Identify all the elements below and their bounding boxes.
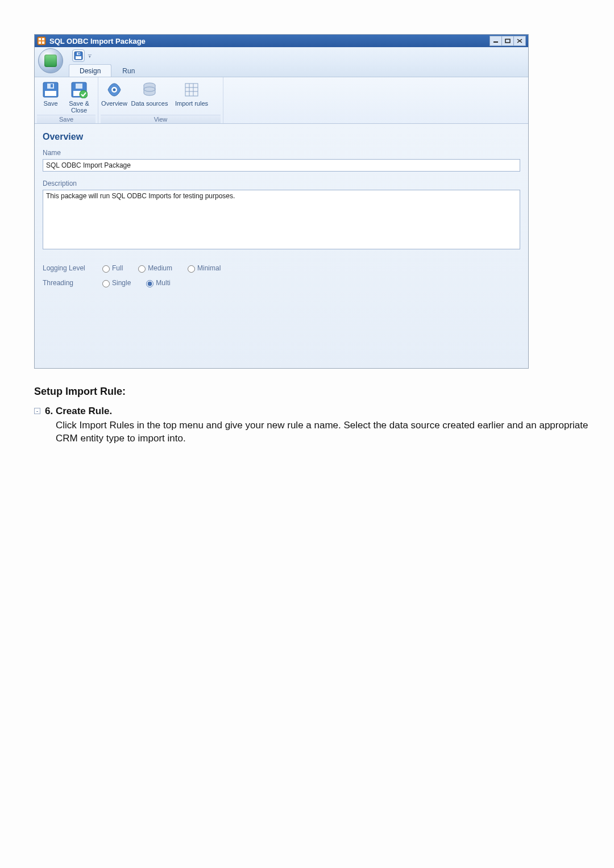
save-icon bbox=[42, 81, 60, 99]
svg-rect-10 bbox=[76, 56, 81, 59]
doc-heading: Setup Import Rule: bbox=[34, 386, 591, 398]
app-window: SQL ODBC Import Package bbox=[34, 34, 529, 369]
data-sources-button-label: Data sources bbox=[131, 100, 168, 107]
svg-rect-14 bbox=[45, 91, 56, 96]
ribbon-tab-strip: Design Run bbox=[35, 64, 528, 77]
overview-icon bbox=[105, 81, 123, 99]
title-bar: SQL ODBC Import Package bbox=[35, 35, 528, 47]
svg-rect-4 bbox=[42, 41, 44, 44]
threading-single-radio[interactable] bbox=[102, 280, 110, 287]
logging-minimal-label: Minimal bbox=[197, 264, 221, 272]
qat-customize-dropdown[interactable]: ─▾ bbox=[87, 53, 93, 58]
description-label: Description bbox=[43, 180, 520, 187]
overview-button-label: Overview bbox=[101, 100, 127, 107]
logging-full-option[interactable]: Full bbox=[99, 264, 123, 273]
save-button[interactable]: Save bbox=[37, 80, 64, 114]
name-label: Name bbox=[43, 149, 520, 157]
tab-design[interactable]: Design bbox=[69, 64, 111, 77]
logging-full-label: Full bbox=[112, 264, 123, 272]
logging-medium-radio[interactable] bbox=[138, 265, 146, 273]
threading-single-option[interactable]: Single bbox=[99, 278, 131, 287]
description-textarea[interactable] bbox=[43, 190, 520, 249]
doc-step-title: 6. Create Rule. bbox=[45, 406, 591, 417]
threading-multi-radio[interactable] bbox=[146, 280, 154, 287]
save-close-label-1: Save & bbox=[69, 100, 89, 107]
threading-row: Threading Single Multi bbox=[43, 278, 520, 287]
import-rules-button-label: Import rules bbox=[175, 100, 208, 107]
save-button-label: Save bbox=[43, 100, 57, 107]
svg-rect-12 bbox=[78, 53, 80, 55]
svg-rect-6 bbox=[505, 39, 510, 43]
save-close-label-2: Close bbox=[71, 107, 87, 114]
save-close-icon bbox=[70, 81, 88, 99]
maximize-button[interactable] bbox=[501, 36, 514, 46]
logging-level-row: Logging Level Full Medium Minimal bbox=[43, 264, 520, 273]
qat-save-button[interactable] bbox=[72, 49, 85, 62]
logging-level-label: Logging Level bbox=[43, 264, 99, 272]
svg-point-20 bbox=[80, 90, 88, 98]
ribbon-group-save-caption: Save bbox=[37, 115, 96, 123]
svg-rect-3 bbox=[39, 41, 41, 44]
tab-run[interactable]: Run bbox=[111, 64, 146, 77]
logging-medium-option[interactable]: Medium bbox=[135, 264, 172, 273]
name-input[interactable] bbox=[43, 159, 520, 172]
threading-multi-option[interactable]: Multi bbox=[143, 278, 170, 287]
threading-single-label: Single bbox=[112, 279, 131, 287]
application-menu-button[interactable] bbox=[38, 48, 63, 73]
svg-rect-16 bbox=[51, 84, 53, 87]
ribbon-group-save: Save Save & Close bbox=[35, 77, 98, 123]
panel-title: Overview bbox=[43, 132, 520, 142]
svg-rect-2 bbox=[42, 38, 44, 40]
quick-access-toolbar: ─▾ bbox=[35, 47, 528, 64]
import-rules-button[interactable]: Import rules bbox=[171, 80, 212, 107]
ribbon-group-view-caption: View bbox=[101, 115, 221, 123]
svg-point-22 bbox=[113, 89, 116, 91]
threading-multi-label: Multi bbox=[156, 279, 170, 287]
save-close-button[interactable]: Save & Close bbox=[65, 80, 93, 114]
ribbon-group-view: Overview Data sources bbox=[98, 77, 223, 123]
overview-button[interactable]: Overview bbox=[101, 80, 128, 107]
minimize-button[interactable] bbox=[489, 36, 502, 46]
logging-medium-label: Medium bbox=[148, 264, 172, 272]
app-icon bbox=[37, 36, 46, 45]
svg-rect-19 bbox=[76, 84, 82, 89]
doc-section: Setup Import Rule: - 6. Create Rule. Cli… bbox=[34, 386, 591, 445]
window-title: SQL ODBC Import Package bbox=[49, 37, 146, 45]
logging-minimal-option[interactable]: Minimal bbox=[185, 264, 221, 273]
svg-rect-1 bbox=[39, 38, 41, 40]
ribbon-body: Save Save & Close bbox=[35, 77, 528, 124]
threading-label: Threading bbox=[43, 279, 99, 287]
collapse-icon[interactable]: - bbox=[34, 408, 40, 414]
database-icon bbox=[140, 81, 159, 99]
application-menu-icon bbox=[44, 55, 57, 67]
grid-icon bbox=[182, 81, 201, 99]
overview-panel: Overview Name Description Logging Level … bbox=[35, 124, 528, 368]
data-sources-button[interactable]: Data sources bbox=[129, 80, 170, 107]
logging-minimal-radio[interactable] bbox=[188, 265, 195, 273]
window-controls bbox=[490, 36, 526, 46]
doc-step-body: Click Import Rules in the top menu and g… bbox=[56, 419, 591, 445]
logging-full-radio[interactable] bbox=[102, 265, 110, 273]
svg-rect-25 bbox=[185, 84, 198, 96]
close-button[interactable] bbox=[513, 36, 526, 46]
